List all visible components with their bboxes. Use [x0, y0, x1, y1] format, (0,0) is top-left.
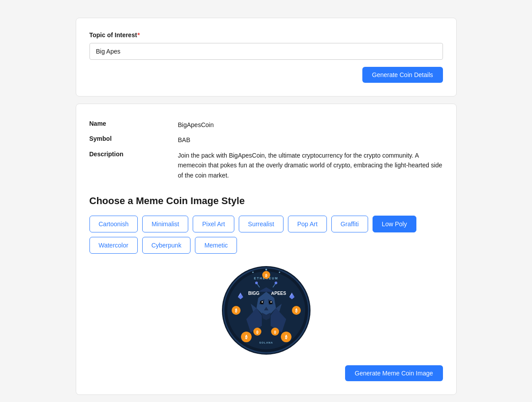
style-btn-cartoonish[interactable]: Cartoonish: [89, 216, 138, 232]
generate-image-row: Generate Meme Coin Image: [89, 365, 443, 381]
coin-image: ETHEREUM SOLANA BIGG APEES: [222, 266, 311, 355]
svg-point-16: [270, 301, 272, 302]
svg-text:BIGG: BIGG: [248, 291, 260, 296]
svg-text:₿: ₿: [284, 335, 287, 340]
name-row: Name BigApesCoin: [89, 117, 443, 132]
style-btn-minimalist[interactable]: Minimalist: [142, 216, 188, 232]
style-btn-pixel-art[interactable]: Pixel Art: [193, 216, 234, 232]
generate-image-button[interactable]: Generate Meme Coin Image: [345, 365, 443, 381]
topic-label-text: Topic of Interest: [89, 31, 137, 39]
topic-label: Topic of Interest*: [89, 31, 443, 39]
symbol-label: Symbol: [89, 135, 178, 145]
svg-point-44: [255, 282, 258, 284]
description-row: Description Join the pack with BigApesCo…: [89, 148, 443, 183]
generate-details-button[interactable]: Generate Coin Details: [362, 67, 443, 83]
generate-details-row: Generate Coin Details: [89, 67, 443, 83]
name-label: Name: [89, 120, 178, 130]
style-btn-cyberpunk[interactable]: Cyberpunk: [142, 237, 191, 254]
svg-text:SOLANA: SOLANA: [259, 341, 273, 344]
style-btn-graffiti[interactable]: Graffiti: [331, 216, 368, 232]
svg-point-41: [252, 271, 253, 273]
topic-input[interactable]: [89, 43, 443, 60]
symbol-row: Symbol BAB: [89, 132, 443, 147]
style-section-title: Choose a Meme Coin Image Style: [89, 195, 443, 207]
svg-point-13: [261, 301, 263, 302]
style-btn-surrealist[interactable]: Surrealist: [239, 216, 283, 232]
style-btn-memetic[interactable]: Memetic: [195, 237, 237, 254]
svg-point-39: [265, 269, 267, 271]
svg-point-40: [279, 271, 280, 273]
topic-card: Topic of Interest* Generate Coin Details: [76, 18, 457, 97]
coin-info-table: Name BigApesCoin Symbol BAB Description …: [89, 117, 443, 183]
details-card: Name BigApesCoin Symbol BAB Description …: [76, 104, 457, 395]
symbol-value: BAB: [178, 135, 443, 145]
required-star: *: [137, 31, 140, 39]
svg-point-45: [275, 282, 277, 284]
description-value: Join the pack with BigApesCoin, the ulti…: [178, 151, 443, 180]
coin-image-preview: ETHEREUM SOLANA BIGG APEES: [89, 266, 443, 355]
style-btn-pop-art[interactable]: Pop Art: [288, 216, 327, 232]
description-label: Description: [89, 151, 178, 180]
name-value: BigApesCoin: [178, 120, 443, 130]
style-buttons-group: CartoonishMinimalistPixel ArtSurrealistP…: [89, 216, 443, 254]
style-btn-low-poly[interactable]: Low Poly: [373, 216, 416, 232]
svg-text:₿: ₿: [245, 335, 247, 340]
style-btn-watercolor[interactable]: Watercolor: [89, 237, 138, 254]
